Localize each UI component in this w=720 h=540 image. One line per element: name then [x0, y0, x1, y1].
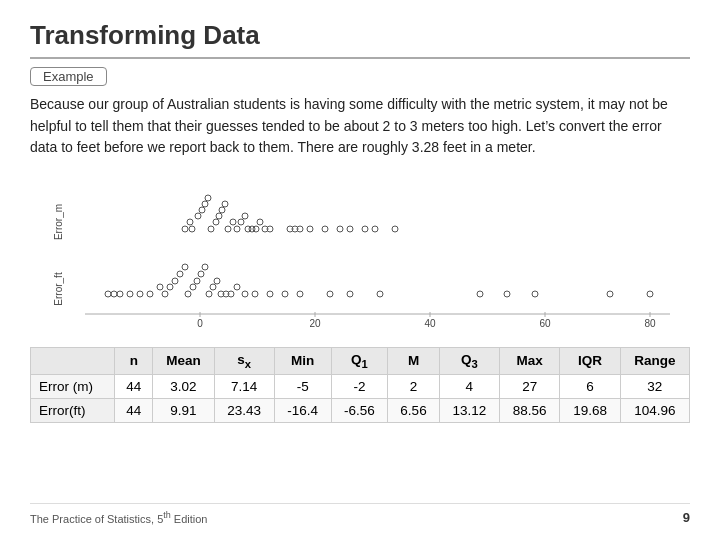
cell-sx-ft: 23.43	[214, 398, 274, 422]
svg-text:20: 20	[309, 318, 321, 329]
svg-point-48	[137, 291, 143, 297]
table-header-row: n Mean sx Min Q1 M Q3 Max IQR Range	[31, 348, 690, 375]
svg-point-20	[216, 213, 222, 219]
svg-point-21	[219, 207, 225, 213]
y-label-bottom: Error_ft	[53, 272, 64, 306]
svg-point-60	[202, 264, 208, 270]
cell-q1-m: -2	[331, 374, 388, 398]
svg-point-44	[105, 291, 111, 297]
cell-range-m: 32	[620, 374, 689, 398]
col-header-q3: Q3	[439, 348, 499, 375]
svg-point-12	[189, 226, 195, 232]
svg-point-50	[157, 284, 163, 290]
svg-point-40	[347, 226, 353, 232]
svg-point-37	[307, 226, 313, 232]
col-header-q1: Q1	[331, 348, 388, 375]
cell-iqr-m: 6	[560, 374, 620, 398]
table-row: Error(ft) 44 9.91 23.43 -16.4 -6.56 6.56…	[31, 398, 690, 422]
svg-point-18	[208, 226, 214, 232]
col-header-m: M	[388, 348, 439, 375]
col-header-label	[31, 348, 115, 375]
chart-area: Error_m Error_ft 0 20 40 60 80	[30, 169, 690, 339]
svg-point-47	[127, 291, 133, 297]
svg-point-63	[214, 278, 220, 284]
svg-point-24	[230, 219, 236, 225]
col-header-mean: Mean	[153, 348, 214, 375]
cell-q1-ft: -6.56	[331, 398, 388, 422]
svg-point-80	[647, 291, 653, 297]
svg-point-30	[253, 226, 259, 232]
col-header-range: Range	[620, 348, 689, 375]
svg-point-42	[372, 226, 378, 232]
svg-point-26	[238, 219, 244, 225]
svg-point-53	[172, 278, 178, 284]
cell-iqr-ft: 19.68	[560, 398, 620, 422]
cell-mean-ft: 9.91	[153, 398, 214, 422]
svg-point-70	[267, 291, 273, 297]
svg-point-11	[182, 226, 188, 232]
svg-point-77	[504, 291, 510, 297]
svg-point-51	[162, 291, 168, 297]
slide-container: Transforming Data Example Because our gr…	[0, 0, 720, 540]
svg-point-62	[210, 284, 216, 290]
cell-med-ft: 6.56	[388, 398, 439, 422]
row-label-m: Error (m)	[31, 374, 115, 398]
svg-point-43	[392, 226, 398, 232]
error-m-dots	[182, 195, 398, 232]
svg-point-46	[117, 291, 123, 297]
svg-point-13	[187, 219, 193, 225]
svg-point-79	[607, 291, 613, 297]
svg-point-54	[177, 271, 183, 277]
dot-plot-svg: Error_m Error_ft 0 20 40 60 80	[30, 169, 690, 339]
svg-text:80: 80	[644, 318, 656, 329]
cell-max-ft: 88.56	[500, 398, 560, 422]
example-badge: Example	[30, 67, 107, 86]
svg-point-25	[234, 226, 240, 232]
svg-point-74	[347, 291, 353, 297]
svg-point-22	[222, 201, 228, 207]
svg-point-23	[225, 226, 231, 232]
cell-med-m: 2	[388, 374, 439, 398]
svg-point-61	[206, 291, 212, 297]
description-text: Because our group of Australian students…	[30, 94, 690, 159]
cell-n-m: 44	[115, 374, 153, 398]
error-ft-dots	[105, 264, 653, 297]
svg-point-16	[202, 201, 208, 207]
svg-point-31	[257, 219, 263, 225]
cell-q3-ft: 13.12	[439, 398, 499, 422]
svg-point-78	[532, 291, 538, 297]
y-label-top: Error_m	[53, 204, 64, 240]
svg-text:0: 0	[197, 318, 203, 329]
svg-point-59	[198, 271, 204, 277]
cell-range-ft: 104.96	[620, 398, 689, 422]
svg-point-57	[190, 284, 196, 290]
svg-point-49	[147, 291, 153, 297]
svg-point-19	[213, 219, 219, 225]
svg-point-14	[195, 213, 201, 219]
table-row: Error (m) 44 3.02 7.14 -5 -2 2 4 27 6 32	[31, 374, 690, 398]
svg-point-17	[205, 195, 211, 201]
col-header-min: Min	[274, 348, 331, 375]
svg-point-27	[242, 213, 248, 219]
svg-point-75	[377, 291, 383, 297]
svg-point-76	[477, 291, 483, 297]
footer: The Practice of Statistics, 5th Edition …	[30, 503, 690, 525]
svg-point-15	[199, 207, 205, 213]
col-header-iqr: IQR	[560, 348, 620, 375]
footer-citation: The Practice of Statistics, 5th Edition	[30, 510, 208, 525]
svg-point-55	[182, 264, 188, 270]
cell-q3-m: 4	[439, 374, 499, 398]
svg-point-67	[234, 284, 240, 290]
svg-text:40: 40	[424, 318, 436, 329]
col-header-sx: sx	[214, 348, 274, 375]
svg-point-72	[297, 291, 303, 297]
cell-min-ft: -16.4	[274, 398, 331, 422]
svg-point-71	[282, 291, 288, 297]
row-label-ft: Error(ft)	[31, 398, 115, 422]
svg-point-56	[185, 291, 191, 297]
svg-point-39	[337, 226, 343, 232]
footer-page: 9	[683, 510, 690, 525]
cell-sx-m: 7.14	[214, 374, 274, 398]
svg-point-69	[252, 291, 258, 297]
svg-point-41	[362, 226, 368, 232]
